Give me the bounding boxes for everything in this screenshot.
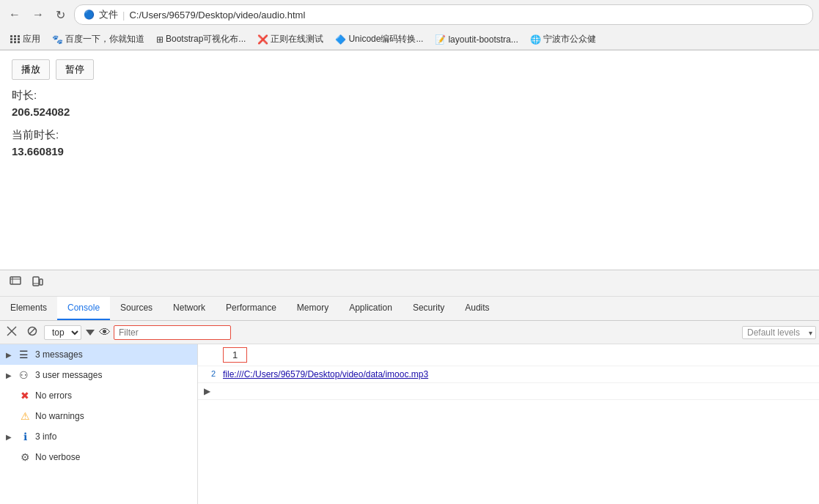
device-toolbar-button[interactable] <box>28 273 47 274</box>
bookmarks-bar: 应用 🐾 百度一下，你就知道 ⊞ Bootstrap可视化布... ❌ 正则在线… <box>0 29 819 50</box>
bookmark-bootstrap-label: Bootstrap可视化布... <box>166 33 246 45</box>
bookmark-layoutit[interactable]: 📝 layoutit-bootstra... <box>430 33 522 46</box>
bookmark-apps-label: 应用 <box>23 33 40 45</box>
address-separator: | <box>122 10 125 21</box>
bookmark-ningbo-label: 宁波市公众健 <box>543 33 596 45</box>
browser-chrome: ← → ↻ 🔵 文件 | C:/Users/96579/Desktop/vide… <box>0 0 819 51</box>
address-path: C:/Users/96579/Desktop/video/audio.html <box>129 10 305 21</box>
address-icon: 🔵 <box>84 10 95 20</box>
forward-button[interactable]: → <box>29 7 47 23</box>
bookmark-unicode[interactable]: 🔷 Unicode编码转换... <box>331 32 427 47</box>
baidu-icon: 🐾 <box>52 34 63 45</box>
back-button[interactable]: ← <box>6 7 23 23</box>
page-content: 播放 暂停 时长: 206.524082 当前时长: 13.660819 <box>0 51 819 273</box>
reload-button[interactable]: ↻ <box>53 7 68 23</box>
address-bar[interactable]: 🔵 文件 | C:/Users/96579/Desktop/video/audi… <box>74 4 813 25</box>
play-button[interactable]: 播放 <box>12 59 50 80</box>
bookmark-online-test[interactable]: ❌ 正则在线测试 <box>253 32 328 47</box>
devtools-panel: Elements Console Sources Network Perform… <box>0 270 819 273</box>
devtools-toolbar <box>0 270 819 273</box>
duration-label: 时长: <box>12 89 807 103</box>
apps-grid-icon <box>10 35 21 43</box>
bookmark-unicode-label: Unicode编码转换... <box>348 33 423 45</box>
inspect-element-button[interactable] <box>6 273 25 274</box>
nav-bar: ← → ↻ 🔵 文件 | C:/Users/96579/Desktop/vide… <box>0 0 819 29</box>
current-time-value: 13.660819 <box>12 145 807 158</box>
bookmark-online-test-label: 正则在线测试 <box>271 33 323 45</box>
bookmark-baidu-label: 百度一下，你就知道 <box>65 33 144 45</box>
current-time-label: 当前时长: <box>12 128 807 142</box>
address-prefix: 文件 <box>99 8 118 21</box>
layoutit-icon: 📝 <box>435 34 446 45</box>
bookmark-apps[interactable]: 应用 <box>6 32 45 47</box>
ningbo-icon: 🌐 <box>530 34 541 45</box>
bookmark-layoutit-label: layoutit-bootstra... <box>448 34 518 45</box>
bookmark-bootstrap[interactable]: ⊞ Bootstrap可视化布... <box>152 32 250 47</box>
pause-button[interactable]: 暂停 <box>56 59 94 80</box>
online-test-icon: ❌ <box>257 34 268 45</box>
unicode-icon: 🔷 <box>335 34 346 45</box>
bootstrap-icon: ⊞ <box>156 34 164 45</box>
duration-value: 206.524082 <box>12 105 807 118</box>
bookmark-baidu[interactable]: 🐾 百度一下，你就知道 <box>48 32 149 47</box>
bookmark-ningbo[interactable]: 🌐 宁波市公众健 <box>526 32 601 47</box>
